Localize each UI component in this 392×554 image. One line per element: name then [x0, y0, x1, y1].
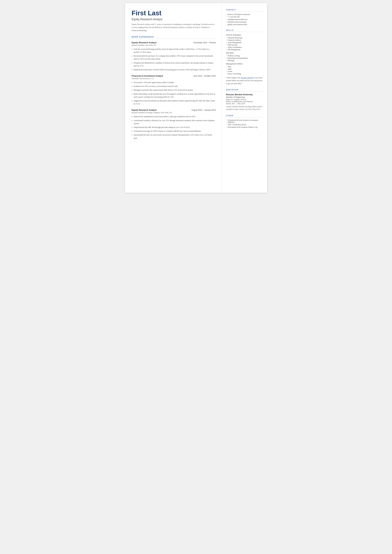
other-section: OTHER Volunteered in local income tax as…	[226, 115, 263, 128]
skill-6: KPI Management	[226, 49, 263, 50]
job-bullets-1: Took the worst performing portfolio sect…	[132, 48, 216, 71]
job-block-2: Financial & Investment Analyst June 2013…	[132, 75, 216, 105]
edu-location-date: Boston, MA — May 2018	[226, 103, 263, 105]
mgmt-skill-2: Agile	[226, 68, 263, 70]
job-header-1: Equity Research Analyst November 2015 – …	[132, 41, 216, 44]
bullet-2-4: Built relationships on the buyside that …	[132, 92, 216, 98]
bullet-3-4: Generated an average of 5.96% returns in…	[132, 130, 216, 133]
candidate-summary: Equity Research Analyst with 7+ years of…	[132, 23, 216, 32]
mgmt-skill-3: Scrum	[226, 70, 263, 72]
edu-school: Resume Worded University	[226, 93, 263, 96]
work-experience-header: WORK EXPERIENCE	[132, 36, 216, 39]
job-company-1: Resume Worded, New York, NY	[132, 44, 216, 46]
skills-category-soft: Soft Skills:	[226, 52, 263, 54]
skills-header: SKILLS	[226, 29, 263, 32]
job-dates-3: August 2010 – January 2013	[191, 109, 216, 111]
skills-category-mgmt: Management Utilities:	[226, 63, 263, 65]
bullet-3-3: Outperformed the S&P 500 through persona…	[132, 126, 216, 129]
job-company-3: Resume Worded's Exciting Company, New Yo…	[132, 112, 216, 114]
bullet-2-2: Produced over 85% accuracy on investment…	[132, 85, 216, 88]
job-company-2: Growthsi, San Francisco, CA	[132, 77, 216, 80]
right-column: CONTACT Denver, OH (Open to Remote) +1-2…	[222, 3, 267, 193]
edu-major: Major in Computer Science	[226, 98, 263, 100]
mgmt-skill-1: JIRA	[226, 66, 263, 68]
bullet-3-5: Spearheaded the Buy on a previously unco…	[132, 133, 216, 140]
other-item-1: Volunteered in local income tax assistan…	[226, 119, 263, 123]
skill-3: Asset Management	[226, 42, 263, 43]
skills-category-tools: Tools & Techniques:	[226, 34, 263, 36]
edu-awards: Awards: Resume Worded Teaching Fellow (o…	[226, 105, 263, 111]
education-header: EDUCATION	[226, 89, 263, 91]
soft-skill-1: Problem-solving	[226, 55, 263, 57]
job-bullets-2: Forecasted a 33% price appreciation with…	[132, 81, 216, 105]
candidate-title: Equity Research Analyst	[132, 18, 216, 21]
job-block-3: Equity Research Analyst August 2010 – Ja…	[132, 109, 216, 140]
other-item-3: Participated in the Euopean Finance Cup.	[226, 126, 263, 128]
bullet-2-3: Managed a portfolio that outperformed S&…	[132, 89, 216, 91]
bullet-1-1: Took the worst performing portfolio sect…	[132, 48, 216, 54]
skills-soft-list: Problem-solving Reporting & documentatio…	[226, 55, 263, 61]
contact-linkedin: linkedin.com/in/username	[226, 21, 263, 23]
left-column: First Last Equity Research Analyst Equit…	[125, 3, 222, 193]
job-title-3: Equity Research Analyst	[132, 109, 157, 111]
contact-header: CONTACT	[226, 9, 263, 12]
contact-section: CONTACT Denver, OH (Open to Remote) +1-2…	[226, 9, 263, 25]
contact-location: Denver, OH (Open to Remote)	[226, 14, 263, 15]
candidate-name: First Last	[132, 9, 216, 17]
bullet-3-2: Ameliorated workflow efficiency by over …	[132, 119, 216, 125]
skill-2: Financial Analysis	[226, 39, 263, 41]
edu-minors: Minors in Mathematics and Statistics	[226, 101, 263, 103]
job-header-3: Equity Research Analyst August 2010 – Ja…	[132, 109, 216, 111]
skill-1: Financial Reporting	[226, 37, 263, 39]
soft-skill-3: Planning	[226, 60, 263, 61]
promo-link[interactable]: Resume Worded	[241, 77, 253, 79]
bullet-3-1: Improved & standardized research procedu…	[132, 115, 216, 118]
contact-list: Denver, OH (Open to Remote) +1-234-456-7…	[226, 14, 263, 25]
skills-tools-list: Financial Reporting Financial Analysis A…	[226, 37, 263, 50]
job-block-1: Equity Research Analyst November 2015 – …	[132, 41, 216, 71]
other-header: OTHER	[226, 115, 263, 117]
contact-phone: +1-234-456-789	[226, 16, 263, 18]
skills-section: SKILLS Tools & Techniques: Financial Rep…	[226, 29, 263, 85]
bullet-1-2: Recommended the purchase of a company th…	[132, 55, 216, 61]
bullet-2-1: Forecasted a 33% price appreciation with…	[132, 81, 216, 84]
other-list: Volunteered in local income tax assistan…	[226, 119, 263, 128]
job-header-2: Financial & Investment Analyst June 2013…	[132, 75, 216, 77]
contact-github: github.com/resumeworded	[226, 23, 263, 25]
job-bullets-3: Improved & standardized research procedu…	[132, 115, 216, 140]
bullet-2-5: Suggested several investments & allocati…	[132, 99, 216, 105]
job-title-1: Equity Research Analyst	[132, 41, 157, 44]
job-dates-2: June 2013 – October 2015	[193, 75, 216, 77]
bullet-1-4: Implemented innovattive research efforts…	[132, 68, 216, 71]
bullet-1-3: Designed and administered a database of …	[132, 61, 216, 67]
skills-mgmt-list: JIRA Agile Scrum Source Versioning	[226, 66, 263, 75]
resume-page: First Last Equity Research Analyst Equit…	[125, 3, 267, 193]
job-dates-1: November 2015 – Present	[194, 42, 216, 44]
education-section: EDUCATION Resume Worded University Bache…	[226, 89, 263, 111]
edu-degree: Bachelor of Engineering	[226, 96, 263, 98]
skill-5: Audit Coordination	[226, 46, 263, 48]
other-item-2: ABC Certification (2022)	[226, 124, 263, 126]
soft-skill-2: Reporting & documentation	[226, 57, 263, 59]
mgmt-skill-4: Source Versioning	[226, 73, 263, 75]
promo-text: • Don't forget to use Resume Worded to s…	[226, 76, 263, 85]
skill-4: ERP Systems	[226, 44, 263, 46]
job-title-2: Financial & Investment Analyst	[132, 75, 163, 77]
contact-email: email@resumeworded.com	[226, 19, 263, 20]
